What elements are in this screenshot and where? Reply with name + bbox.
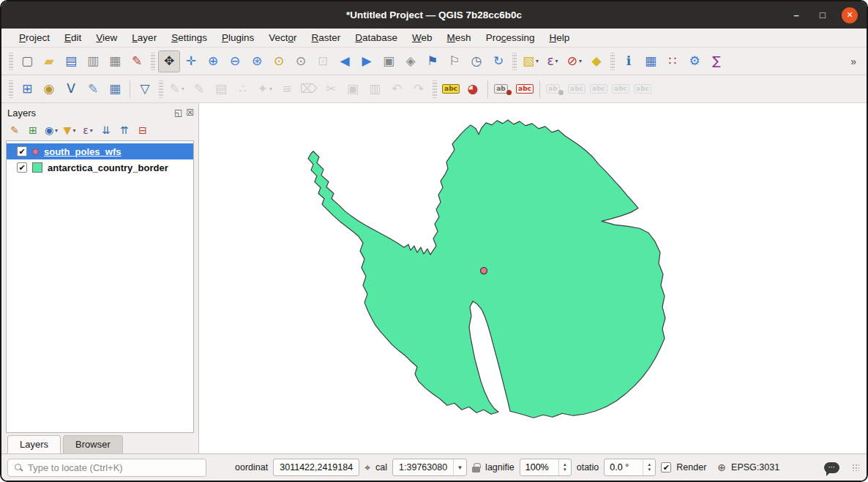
close-button[interactable]: ✕ (842, 7, 858, 23)
menu-project[interactable]: Project (12, 30, 57, 45)
tab-layers[interactable]: Layers (7, 435, 61, 453)
layer-visibility-checkbox[interactable]: ✔ (17, 162, 27, 173)
zoom-full-button[interactable]: ⊛ (246, 50, 268, 72)
filter-legend-by-expression-button[interactable]: ε▾ (79, 122, 97, 138)
locate-input[interactable] (28, 462, 199, 473)
menu-settings[interactable]: Settings (164, 30, 214, 45)
zoom-to-selection-button[interactable]: ⊙ (268, 50, 290, 72)
render-checkbox[interactable]: ✔ (661, 462, 671, 472)
spin-down-icon[interactable]: ▾ (564, 467, 566, 472)
select-features-dropdown-arrow[interactable]: ▾ (536, 58, 539, 64)
menu-plugins[interactable]: Plugins (214, 30, 261, 45)
panel-float-icon[interactable]: ◱ (174, 108, 182, 118)
open-field-calculator-button[interactable]: ∷ (662, 50, 684, 72)
menu-raster[interactable]: Raster (304, 30, 348, 45)
menu-edit[interactable]: Edit (57, 30, 89, 45)
extents-toggle-icon[interactable]: ⌖ (364, 462, 370, 472)
open-layer-styling-button[interactable]: ✎ (6, 122, 23, 138)
vertex-tool-dropdown-arrow[interactable]: ▾ (269, 86, 272, 92)
select-by-expression-button[interactable]: ε▾ (542, 50, 564, 72)
menu-web[interactable]: Web (405, 30, 440, 45)
select-by-expression-dropdown-arrow[interactable]: ▾ (555, 58, 558, 64)
filter-legend-button[interactable]: ▼▾ (61, 122, 78, 138)
magnifier-input[interactable] (520, 459, 558, 475)
expand-all-button[interactable]: ⇊ (97, 122, 115, 138)
resize-grip[interactable] (852, 464, 859, 471)
crs-status[interactable]: EPSG:3031 (731, 462, 779, 472)
menu-database[interactable]: Database (348, 30, 405, 45)
menu-help[interactable]: Help (542, 30, 577, 45)
spin-down-icon[interactable]: ▾ (648, 467, 651, 472)
new-geopackage-layer-button[interactable]: ◉ (38, 78, 60, 100)
layer-labeling-options-button[interactable]: abc (440, 78, 462, 100)
filter-legend-by-expression-dropdown-arrow[interactable]: ▾ (90, 127, 93, 134)
panel-close-icon[interactable]: ☒ (186, 108, 194, 118)
new-virtual-layer-button[interactable]: ▽ (134, 78, 156, 100)
rotation-input[interactable] (605, 459, 643, 475)
temporal-controller-button[interactable]: ◷ (465, 50, 487, 72)
open-project-button[interactable]: ▰ (38, 50, 60, 72)
show-unplaced-labels-button[interactable]: abc (514, 78, 536, 100)
map-canvas[interactable] (199, 103, 867, 453)
toggle-editing-dropdown-arrow[interactable]: ▾ (182, 86, 184, 92)
deselect-features-dropdown-arrow[interactable]: ▾ (579, 58, 582, 64)
toolbar-overflow-button[interactable]: » (845, 56, 862, 67)
maximize-button[interactable]: □ (815, 10, 830, 20)
menu-view[interactable]: View (89, 30, 124, 45)
remove-layer-button[interactable]: ⊟ (134, 122, 151, 138)
layer-label[interactable]: south_poles_wfs (44, 146, 121, 157)
pan-to-selection-button[interactable]: ✛ (180, 50, 202, 72)
minimize-button[interactable]: – (789, 10, 804, 20)
rotation-spinbox[interactable]: ▴ ▾ (604, 459, 656, 476)
zoom-out-button[interactable]: ⊖ (224, 50, 246, 72)
processing-toolbox-button[interactable]: ⚙ (684, 50, 706, 72)
zoom-to-layer-button[interactable]: ⊙ (290, 50, 312, 72)
layer-row-antarctica_country_border[interactable]: ✔antarctica_country_border (7, 159, 193, 176)
show-spatial-bookmarks-button[interactable]: ⚐ (444, 50, 465, 72)
menu-vector[interactable]: Vector (261, 30, 304, 45)
show-layout-manager-button[interactable]: ▦ (104, 50, 126, 72)
style-manager-button[interactable]: ✎ (126, 50, 148, 72)
pan-map-button[interactable]: ✥ (158, 50, 180, 72)
menu-mesh[interactable]: Mesh (440, 30, 479, 45)
new-3d-map-view-button[interactable]: ◈ (400, 50, 422, 72)
select-features-by-value-button[interactable]: ◆ (585, 50, 607, 72)
rotation-spin-buttons[interactable]: ▴ ▾ (643, 459, 655, 475)
menu-layer[interactable]: Layer (124, 30, 164, 45)
coordinate-input[interactable] (273, 459, 359, 476)
zoom-next-button[interactable]: ▶ (356, 50, 378, 72)
messages-icon[interactable]: ⋯ (824, 462, 839, 473)
save-project-button[interactable]: ▤ (60, 50, 82, 72)
menu-processing[interactable]: Processing (479, 30, 542, 45)
new-spatial-bookmark-button[interactable]: ⚑ (422, 50, 444, 72)
layer-visibility-checkbox[interactable]: ✔ (17, 146, 27, 157)
new-shapefile-layer-button[interactable]: V (60, 78, 82, 100)
magnifier-spin-buttons[interactable]: ▴ ▾ (558, 459, 571, 475)
manage-map-themes-button[interactable]: ◉▾ (42, 122, 60, 138)
zoom-last-button[interactable]: ◀ (334, 50, 356, 72)
add-group-button[interactable]: ⊞ (24, 122, 42, 138)
identify-features-button[interactable]: ℹ (618, 50, 640, 72)
new-print-layout-button[interactable]: ▥ (82, 50, 104, 72)
new-spatialite-layer-button[interactable]: ✎ (82, 78, 104, 100)
tab-browser[interactable]: Browser (63, 435, 123, 453)
new-temporary-scratch-layer-button[interactable]: ▦ (104, 78, 126, 100)
collapse-all-button[interactable]: ⇈ (116, 122, 133, 138)
open-attribute-table-button[interactable]: ▦ (640, 50, 662, 72)
new-project-button[interactable]: ▢ (16, 50, 38, 72)
magnifier-spinbox[interactable]: ▴ ▾ (520, 459, 572, 476)
highlight-pinned-labels-button[interactable]: ab (492, 78, 514, 100)
new-map-view-button[interactable]: ▣ (378, 50, 400, 72)
scale-combobox[interactable]: 1:39763080 ▾ (392, 459, 467, 476)
refresh-map-button[interactable]: ↻ (487, 50, 509, 72)
layer-row-south_poles_wfs[interactable]: ✔south_poles_wfs (7, 143, 193, 159)
layer-label[interactable]: antarctica_country_border (48, 162, 168, 173)
statistical-summary-button[interactable]: ∑ (706, 50, 727, 72)
data-source-manager-button[interactable]: ⊞ (16, 78, 38, 100)
deselect-features-button[interactable]: ⊘▾ (564, 50, 585, 72)
layer-diagram-options-button[interactable]: ◕ (462, 78, 484, 100)
select-features-button[interactable]: ▧▾ (520, 50, 542, 72)
locate-bar[interactable] (7, 459, 206, 477)
zoom-in-button[interactable]: ⊕ (202, 50, 224, 72)
scale-lock-icon[interactable] (472, 467, 480, 472)
